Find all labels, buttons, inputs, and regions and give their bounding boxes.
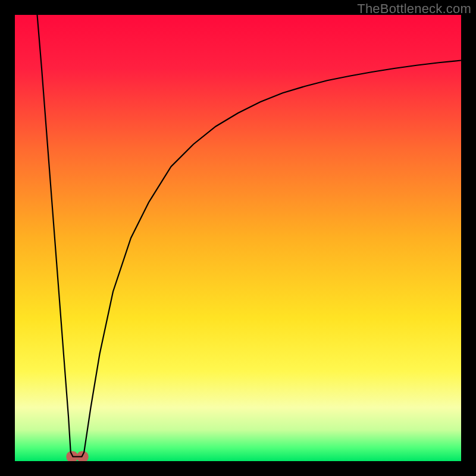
chart-canvas — [15, 15, 461, 461]
watermark-text: TheBottleneck.com — [357, 1, 471, 17]
chart-frame: TheBottleneck.com — [0, 0, 476, 476]
gradient-background — [15, 15, 461, 461]
